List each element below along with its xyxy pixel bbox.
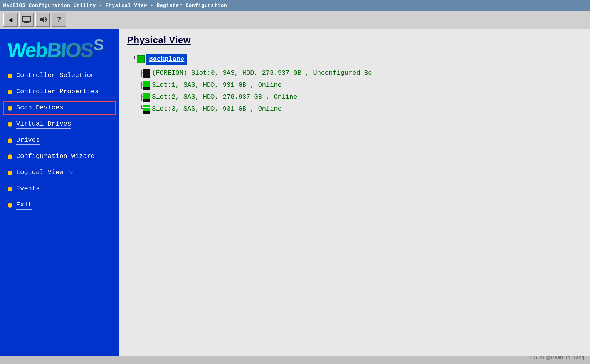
sidebar-item-virtual-drives[interactable]: Virtual Drives [0, 116, 119, 133]
nav-label: Exit [16, 201, 32, 210]
bullet-icon [8, 106, 12, 111]
slot1-status [143, 81, 150, 90]
content-body: └ Backplane | ├ (FOREIGN) Slot:0, [119, 49, 590, 356]
sidebar-item-exit[interactable]: Exit [0, 197, 119, 213]
slot1-link[interactable]: Slot:1, SAS, HDD, 931 GB , Online [152, 80, 282, 91]
sound-button[interactable] [35, 13, 50, 27]
slot1-row: | ├ Slot:1, SAS, HDD, 931 GB , Online [136, 79, 584, 91]
bullet-icon [8, 171, 12, 175]
bullet-icon [8, 122, 12, 127]
back-button[interactable]: ◀ [3, 13, 18, 27]
slot0-row: | ├ (FOREIGN) Slot:0, SAS, HDD, 278.937 … [136, 67, 584, 79]
tree-pipe0: | [136, 68, 140, 79]
main-area: WebBIOSS Controller Selection Controller… [0, 29, 590, 356]
slot2-status [143, 93, 150, 102]
nav-label: Virtual Drives [16, 120, 71, 129]
slot0-link[interactable]: (FOREIGN) Slot:0, SAS, HDD, 278.937 GB ,… [152, 68, 372, 79]
slot2-row: | ├ Slot:2, SAS, HDD, 278.937 GB , Onlin… [136, 91, 584, 103]
tree-branch0: ├ [140, 68, 144, 79]
window-frame: WebBIOS Configuration Utility - Physical… [0, 0, 590, 364]
tree-branch1: ├ [140, 80, 144, 91]
backplane-status-green [137, 55, 145, 63]
tree-pipe1: | [136, 80, 140, 91]
nav-label: Scan Devices [16, 104, 63, 112]
backplane-label[interactable]: Backplane [146, 54, 188, 65]
backplane-row: └ Backplane [133, 53, 584, 66]
monitor-button[interactable] [19, 13, 34, 27]
bullet-icon [8, 203, 12, 208]
toolbar: ◀ ? [0, 11, 590, 29]
slot2-link[interactable]: Slot:2, SAS, HDD, 278.937 GB , Online [152, 92, 297, 103]
title-bar: WebBIOS Configuration Utility - Physical… [0, 0, 590, 11]
tree-pipe2: | [136, 92, 140, 102]
nav-label: Drives [16, 136, 40, 145]
slot3-status [143, 105, 150, 114]
sidebar-item-controller-selection[interactable]: Controller Selection [0, 68, 119, 84]
sidebar-item-controller-properties[interactable]: Controller Properties [0, 84, 119, 100]
cursor-icon: ☞ [69, 169, 73, 177]
sidebar-item-configuration-wizard[interactable]: Configuration Wizard [0, 149, 119, 165]
slot0-status [143, 69, 150, 78]
bullet-icon [8, 90, 12, 94]
sidebar-logo: WebBIOSS [0, 33, 119, 68]
bullet-icon [8, 154, 12, 159]
help-button[interactable]: ? [52, 13, 66, 27]
tree-connector: └ [133, 54, 137, 65]
sidebar-item-logical-view[interactable]: Logical View ☞ [0, 165, 119, 181]
svg-rect-0 [23, 17, 30, 22]
tree-pipe3: | [136, 104, 140, 114]
nav-label: Logical View [16, 169, 63, 177]
nav-label: Controller Selection [16, 72, 95, 80]
bullet-icon [8, 138, 12, 143]
content-header: Physical View [119, 29, 590, 49]
bottom-bar [0, 356, 590, 364]
watermark: CSDN @Heart_to_Yang [530, 354, 584, 360]
tree-branch3: └ [140, 104, 144, 114]
bullet-icon [8, 187, 12, 191]
sidebar-item-scan-devices[interactable]: Scan Devices [3, 101, 116, 116]
tree-branch2: ├ [140, 92, 144, 102]
bullet-icon [8, 74, 12, 78]
sidebar-item-events[interactable]: Events [0, 181, 119, 197]
content-title: Physical View [127, 35, 191, 45]
svg-marker-3 [40, 17, 44, 22]
nav-label: Configuration Wizard [16, 153, 95, 161]
window-title: WebBIOS Configuration Utility - Physical… [3, 3, 227, 8]
sidebar: WebBIOSS Controller Selection Controller… [0, 29, 119, 356]
tree-container: └ Backplane | ├ (FOREIGN) Slot:0, [125, 53, 584, 115]
slot3-row: | └ Slot:3, SAS, HDD, 931 GB , Online [136, 103, 584, 115]
nav-label: Events [16, 185, 40, 193]
sidebar-item-drives[interactable]: Drives [0, 133, 119, 149]
slot3-link[interactable]: Slot:3, SAS, HDD, 931 GB , Online [152, 104, 282, 115]
logo-text: WebBIOSS [7, 37, 104, 60]
content-area: Physical View └ Backplane | ├ [119, 29, 590, 356]
nav-label: Controller Properties [16, 88, 99, 96]
